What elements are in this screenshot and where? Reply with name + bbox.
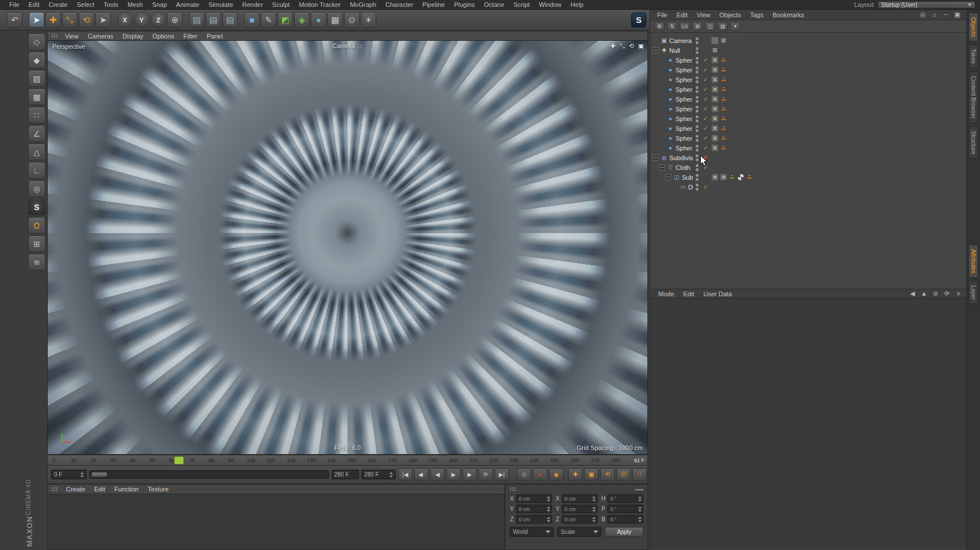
menu-simulate[interactable]: Simulate [204, 1, 238, 8]
scale-tool[interactable]: ⤡ [62, 12, 78, 28]
visibility-dots-icon[interactable] [696, 184, 699, 191]
orange-tag-icon[interactable]: ∴ [720, 86, 727, 93]
visibility-dots-icon[interactable] [696, 135, 699, 142]
orange-tag-icon[interactable]: ∴ [720, 144, 727, 152]
visibility-dots-icon[interactable] [696, 57, 699, 64]
orange-tag-icon[interactable]: ∴ [746, 173, 753, 181]
view-label[interactable]: Perspective [52, 43, 85, 50]
menu-help[interactable]: Help [566, 1, 588, 8]
visibility-dots-icon[interactable] [696, 154, 699, 161]
panel-grip-icon[interactable] [51, 487, 58, 492]
menu-mesh[interactable]: Mesh [123, 1, 148, 8]
add-spline-button[interactable]: ✎ [261, 12, 276, 28]
viewport-canvas[interactable]: Perspective Camera ✚⤡⟲▣ FPS : 6.0 Grid S… [47, 40, 648, 455]
stepper-icon[interactable] [546, 496, 550, 502]
spline-tool-button[interactable]: ∟ [28, 162, 45, 179]
viewport-menu-cameras[interactable]: Cameras [83, 33, 118, 40]
tree-row-di-15[interactable]: ▭Di✓ [650, 182, 966, 192]
play-button[interactable]: ▶ [446, 468, 461, 481]
polygons-mode-button[interactable]: △ [28, 144, 45, 160]
start-frame-field[interactable]: 0 F [51, 470, 87, 479]
tree-row-spher-4[interactable]: ●Spher✓≣∴ [650, 75, 966, 84]
menu-pipeline[interactable]: Pipeline [418, 1, 449, 8]
filter-cone-icon[interactable]: ▲ [920, 290, 928, 297]
sync-icon[interactable]: ⟳ [943, 290, 951, 297]
side-tab-content-browser[interactable]: Content Browser [969, 71, 978, 123]
settings-gear-icon[interactable]: ⚙ [654, 22, 665, 31]
orange-tag-icon[interactable]: ∴ [720, 134, 727, 142]
frame-range-slider[interactable] [89, 470, 329, 479]
home-icon[interactable]: ⌂ [930, 11, 939, 18]
tree-row-subdivis-12[interactable]: −◍Subdivis✗ [650, 153, 966, 162]
menu-mograph[interactable]: MoGraph [345, 1, 381, 8]
add-subdivision-button[interactable]: ◩ [277, 12, 293, 28]
enabled-check-icon[interactable]: ✓ [703, 67, 708, 73]
tree-row-spher-3[interactable]: ●Spher✓≣∴ [650, 65, 966, 75]
visibility-dots-icon[interactable] [696, 164, 699, 171]
panel-icon[interactable]: ◫ [705, 22, 715, 31]
goto-end-button[interactable]: ▶| [495, 468, 509, 481]
move-tool[interactable]: ✚ [45, 12, 61, 28]
menu-tools[interactable]: Tools [99, 1, 123, 8]
tree-row-camera-0[interactable]: ▣Camera⊠ [650, 36, 966, 45]
coordinate-system-toggle[interactable]: ⊕ [167, 12, 183, 28]
tube-tool-button[interactable]: ◎ [28, 180, 45, 197]
stepper-icon[interactable] [546, 517, 550, 522]
coord-field-y-1[interactable]: 0 cm [562, 505, 598, 513]
tree-row-spher-9[interactable]: ●Spher✓≣∴ [650, 123, 966, 133]
orange-tag-icon[interactable]: ∴ [720, 56, 727, 64]
apply-button[interactable]: Apply [605, 527, 643, 537]
menu-sculpt[interactable]: Sculpt [268, 1, 295, 8]
add-mograph-button[interactable]: ◈ [294, 12, 310, 28]
stepper-icon[interactable] [389, 472, 393, 478]
tree-row-spher-2[interactable]: ●Spher✓≣∴ [650, 55, 966, 65]
range-slider-handle[interactable] [91, 472, 107, 477]
visibility-dots-icon[interactable] [696, 37, 699, 44]
film-tag-icon[interactable]: ≣ [711, 125, 719, 132]
expander-icon[interactable]: − [659, 164, 665, 171]
record-scale-toggle[interactable]: ▣ [584, 468, 599, 481]
menu-character[interactable]: Character [381, 1, 418, 8]
film-tag-icon[interactable]: ≣ [711, 95, 719, 103]
enabled-check-icon[interactable]: ✓ [703, 76, 708, 83]
coord-field-z-0[interactable]: 0 cm [516, 515, 552, 524]
visibility-dots-icon[interactable] [696, 67, 699, 73]
orange-tag-icon[interactable]: ∴ [720, 125, 727, 132]
menu-script[interactable]: Script [509, 1, 534, 8]
add-floor-button[interactable]: ▦ [327, 12, 343, 28]
expander-icon[interactable]: − [653, 47, 659, 53]
coord-field-b-2[interactable]: 0 ° [607, 515, 643, 524]
record-position-toggle[interactable]: ✚ [568, 468, 582, 481]
record-parameter-toggle[interactable]: Ⓟ [616, 468, 631, 481]
nav-back-icon[interactable]: ◀ [908, 290, 917, 297]
side-tab-objects[interactable]: Objects [969, 13, 978, 41]
stepper-icon[interactable] [80, 472, 84, 478]
add-metaball-button[interactable]: ● [311, 12, 326, 28]
axis-x-toggle[interactable]: X [117, 12, 133, 28]
side-tab-attributes[interactable]: Attributes [969, 245, 978, 278]
layout-select[interactable]: Startup (User) [878, 1, 975, 9]
record-pla-toggle[interactable]: ∷ [632, 468, 647, 481]
material-menu-texture[interactable]: Texture [143, 486, 173, 493]
texture-mode-button[interactable]: ▨ [28, 70, 45, 87]
stepper-icon[interactable] [638, 517, 642, 522]
object-menu-objects[interactable]: Objects [715, 11, 745, 18]
workplane-mode-button[interactable]: ▦ [28, 88, 45, 105]
material-menu-function[interactable]: Function [110, 486, 143, 493]
last-used-tool[interactable]: ➤ [95, 12, 111, 28]
film-tag-icon[interactable]: ≣ [711, 105, 719, 113]
prev-key-button[interactable]: ◀◦ [414, 468, 429, 481]
points-mode-button[interactable]: ∷ [28, 107, 45, 123]
snap-toggle[interactable]: Ω [28, 217, 45, 234]
expander-icon[interactable]: − [653, 154, 659, 161]
edges-mode-button[interactable]: ∠ [28, 125, 45, 142]
visibility-dots-icon[interactable] [696, 145, 699, 152]
enabled-check-icon[interactable]: ✓ [703, 57, 708, 63]
stepper-icon[interactable] [638, 506, 642, 512]
coord-field-x-0[interactable]: 0 cm [516, 494, 552, 503]
tree-row-spher-11[interactable]: ●Spher✓≣∴ [650, 143, 966, 153]
enabled-check-icon[interactable]: ✓ [703, 184, 708, 190]
workplane-lock-button[interactable]: ⊞ [28, 235, 45, 252]
menu-edit[interactable]: Edit [24, 1, 44, 8]
filter-icon[interactable]: ⊞ [692, 22, 703, 31]
